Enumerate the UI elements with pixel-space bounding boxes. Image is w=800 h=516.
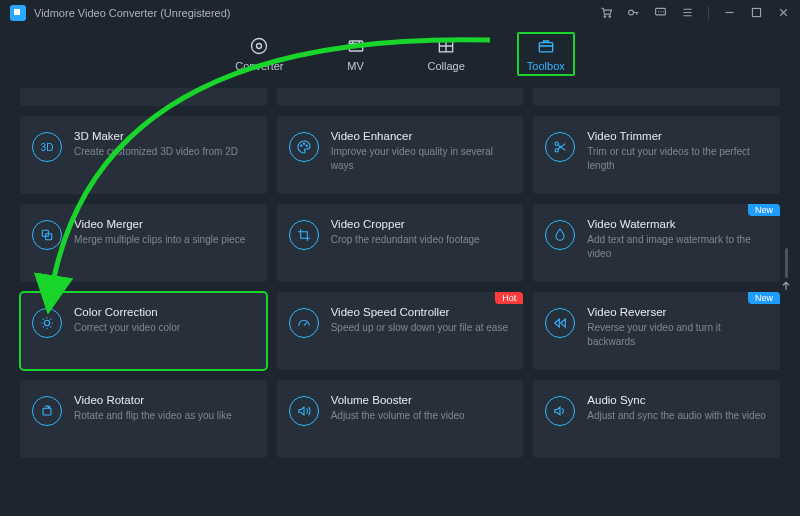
- svg-rect-7: [349, 41, 362, 51]
- card-desc: Adjust the volume of the video: [331, 409, 510, 423]
- key-icon[interactable]: [627, 6, 640, 21]
- tool-3d-maker[interactable]: 3D 3D Maker Create customized 3D video f…: [20, 116, 267, 194]
- new-badge: New: [748, 292, 780, 304]
- rotate-icon: [32, 396, 62, 426]
- palette-icon: [289, 132, 319, 162]
- svg-point-0: [604, 15, 606, 17]
- tool-audio-sync[interactable]: Audio Sync Adjust and sync the audio wit…: [533, 380, 780, 458]
- tool-video-cropper[interactable]: Video Cropper Crop the redundant video f…: [277, 204, 524, 282]
- card-desc: Trim or cut your videos to the perfect l…: [587, 145, 766, 172]
- tool-volume-booster[interactable]: Volume Booster Adjust the volume of the …: [277, 380, 524, 458]
- brightness-icon: [32, 308, 62, 338]
- merge-icon: [32, 220, 62, 250]
- cart-icon[interactable]: [600, 6, 613, 21]
- tool-video-reverser[interactable]: New Video Reverser Reverse your video an…: [533, 292, 780, 370]
- tool-video-rotator[interactable]: Video Rotator Rotate and flip the video …: [20, 380, 267, 458]
- card-desc: Improve your video quality in several wa…: [331, 145, 510, 172]
- card-desc: Merge multiple clips into a single piece: [74, 233, 253, 247]
- card-desc: Rotate and flip the video as you like: [74, 409, 253, 423]
- partial-card: [277, 88, 524, 106]
- svg-point-6: [257, 44, 262, 49]
- card-desc: Correct your video color: [74, 321, 253, 335]
- toolbox-grid: 3D 3D Maker Create customized 3D video f…: [0, 88, 800, 498]
- app-title: Vidmore Video Converter (Unregistered): [34, 7, 230, 19]
- svg-point-2: [629, 10, 634, 15]
- tab-label: MV: [347, 60, 364, 72]
- minimize-button[interactable]: [723, 6, 736, 21]
- card-title: Volume Booster: [331, 394, 510, 406]
- svg-point-12: [306, 145, 307, 146]
- card-title: Video Cropper: [331, 218, 510, 230]
- card-desc: Add text and image watermark to the vide…: [587, 233, 766, 260]
- svg-point-13: [555, 142, 558, 145]
- tool-video-trimmer[interactable]: Video Trimmer Trim or cut your videos to…: [533, 116, 780, 194]
- hot-badge: Hot: [495, 292, 523, 304]
- tab-toolbox[interactable]: Toolbox: [517, 32, 575, 76]
- menu-icon[interactable]: [681, 6, 694, 21]
- 3d-icon: 3D: [32, 132, 62, 162]
- tab-collage[interactable]: Collage: [418, 32, 475, 76]
- svg-point-10: [300, 145, 301, 146]
- svg-point-5: [252, 39, 267, 54]
- svg-point-17: [44, 320, 49, 325]
- card-title: Video Watermark: [587, 218, 766, 230]
- feedback-icon[interactable]: [654, 6, 667, 21]
- rewind-icon: [545, 308, 575, 338]
- volume-icon: [289, 396, 319, 426]
- card-desc: Crop the redundant video footage: [331, 233, 510, 247]
- maximize-button[interactable]: [750, 6, 763, 21]
- card-title: 3D Maker: [74, 130, 253, 142]
- tool-video-enhancer[interactable]: Video Enhancer Improve your video qualit…: [277, 116, 524, 194]
- card-title: Video Merger: [74, 218, 253, 230]
- tab-mv[interactable]: MV: [336, 32, 376, 76]
- partial-card: [533, 88, 780, 106]
- tab-label: Toolbox: [527, 60, 565, 72]
- gauge-icon: [289, 308, 319, 338]
- svg-rect-9: [539, 43, 552, 52]
- titlebar: Vidmore Video Converter (Unregistered): [0, 0, 800, 26]
- card-title: Video Speed Controller: [331, 306, 510, 318]
- water-icon: [545, 220, 575, 250]
- card-title: Video Enhancer: [331, 130, 510, 142]
- audio-sync-icon: [545, 396, 575, 426]
- tab-label: Converter: [235, 60, 283, 72]
- card-title: Video Trimmer: [587, 130, 766, 142]
- card-title: Video Reverser: [587, 306, 766, 318]
- card-title: Audio Sync: [587, 394, 766, 406]
- svg-rect-18: [43, 408, 51, 415]
- card-title: Video Rotator: [74, 394, 253, 406]
- app-logo: [10, 5, 26, 21]
- main-tabs: Converter MV Collage Toolbox: [0, 26, 800, 88]
- card-desc: Create customized 3D video from 2D: [74, 145, 253, 159]
- tab-label: Collage: [428, 60, 465, 72]
- scissors-icon: [545, 132, 575, 162]
- tool-video-watermark[interactable]: New Video Watermark Add text and image w…: [533, 204, 780, 282]
- new-badge: New: [748, 204, 780, 216]
- scrollbar[interactable]: [780, 248, 792, 292]
- partial-card: [20, 88, 267, 106]
- svg-point-14: [555, 149, 558, 152]
- card-desc: Reverse your video and turn it backwards: [587, 321, 766, 348]
- card-desc: Speed up or slow down your file at ease: [331, 321, 510, 335]
- svg-point-1: [609, 15, 611, 17]
- tool-video-speed[interactable]: Hot Video Speed Controller Speed up or s…: [277, 292, 524, 370]
- crop-icon: [289, 220, 319, 250]
- tool-color-correction[interactable]: Color Correction Correct your video colo…: [20, 292, 267, 370]
- tool-video-merger[interactable]: Video Merger Merge multiple clips into a…: [20, 204, 267, 282]
- card-desc: Adjust and sync the audio with the video: [587, 409, 766, 423]
- close-button[interactable]: [777, 6, 790, 21]
- svg-point-11: [303, 143, 304, 144]
- card-title: Color Correction: [74, 306, 253, 318]
- tab-converter[interactable]: Converter: [225, 32, 293, 76]
- svg-rect-4: [752, 8, 760, 16]
